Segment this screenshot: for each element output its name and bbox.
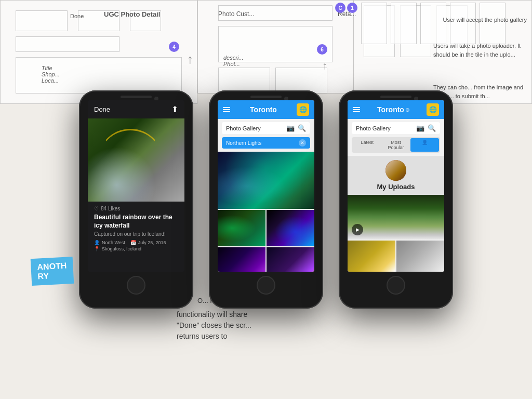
phone-1-photo (88, 118, 184, 202)
photo-northern-lights-sm2 (267, 210, 314, 246)
tab-most-popular[interactable]: Most Popular (381, 138, 410, 152)
meta-location: 👤 North West 📅 July 25, 2016 (94, 240, 178, 245)
my-uploads-section: My Uploads ▶ (348, 156, 444, 272)
hamburger-menu-button[interactable] (223, 107, 230, 112)
phone-1-topbar: Done ⬆ (88, 100, 184, 118)
phone-3-searchbar[interactable]: Photo Gallery 📷 🔍 (352, 122, 440, 134)
phone-2-photo-grid (218, 152, 314, 272)
phone-1-info: ♡ 84 Likes Beautiful rainbow over the ic… (88, 202, 184, 272)
filter-close-button[interactable]: ✕ (299, 139, 306, 147)
phone-3-tabs: Latest Most Popular 👤 (352, 137, 440, 153)
likes-count: ♡ 84 Likes (94, 206, 178, 211)
phone-2-city-title: Toronto (250, 105, 277, 114)
tab-my-uploads[interactable]: 👤 (410, 138, 439, 152)
sticky-note-blue: ANOTH RY (31, 257, 74, 286)
phone-2: Toronto 🌐 Photo Gallery 📷 🔍 North (209, 90, 323, 309)
calendar-icon: 📅 (130, 240, 136, 245)
phone-3-home-button[interactable] (387, 276, 405, 295)
avatar (385, 160, 406, 181)
phone-3-screen: Toronto ⊙ 🌐 Photo Gallery 📷 🔍 (348, 100, 444, 272)
meta-place: 📍 Skógafoss, Iceland (94, 246, 178, 251)
photo-northern-lights-large (218, 152, 314, 209)
photo-desc: Captured on our trip to Iceland! (94, 231, 178, 237)
avatar-image (385, 160, 406, 181)
phone-3-hamburger-button[interactable] (353, 107, 360, 112)
heart-icon: ♡ (94, 206, 99, 211)
phone-2-screen: Toronto 🌐 Photo Gallery 📷 🔍 North (218, 100, 314, 272)
main-upload-photo: ▶ (348, 195, 444, 240)
pin-icon: 📍 (94, 246, 100, 251)
phone-3-photo-grid: ▶ (348, 195, 444, 272)
app-icon-emoji: 🌐 (429, 106, 437, 113)
phone-3-city-title: Toronto ⊙ (377, 105, 409, 114)
camera-icon[interactable]: 📷 (286, 124, 295, 132)
phone-1-home-button[interactable] (127, 276, 145, 295)
photo-title: Beautiful rainbow over the icy waterfall (94, 214, 178, 230)
search-icon-active[interactable]: 🔍 (428, 124, 436, 132)
camera-icon-active[interactable]: 📷 (416, 124, 424, 132)
phone-3-nav-icons: 🌐 (427, 103, 439, 116)
phone-3-app-icon: 🌐 (427, 103, 439, 116)
filter-tag-label: Northern Lights (226, 140, 261, 146)
phone-1-speaker (121, 96, 152, 98)
search-icon[interactable]: 🔍 (298, 124, 306, 132)
phone-2-search-label: Photo Gallery (226, 125, 286, 131)
done-button[interactable]: Done (94, 105, 110, 113)
phone-2-searchbar[interactable]: Photo Gallery 📷 🔍 (222, 122, 310, 134)
phone-3-search-icons: 📷 🔍 (416, 124, 436, 132)
photo-northern-lights-sm4 (267, 247, 314, 272)
phone-2-app-icon: 🌐 (297, 103, 309, 116)
phone-2-search-icons: 📷 🔍 (286, 124, 306, 132)
app-icon-emoji: 🌐 (299, 106, 307, 113)
share-icon[interactable]: ⬆ (171, 104, 178, 114)
phone-2-speaker (250, 96, 282, 98)
phone-2-navbar: Toronto 🌐 (218, 100, 314, 119)
photo-meta: 👤 North West 📅 July 25, 2016 📍 Skógafoss… (94, 240, 178, 251)
photo-thumbnails-row (348, 241, 444, 272)
phone-2-filter-bar: Northern Lights ✕ (222, 137, 310, 149)
phone-1: Done ⬆ ♡ 84 Likes Beautiful rainbow over… (79, 90, 193, 309)
user-header: My Uploads (348, 156, 444, 195)
photo-northern-lights-sm1 (218, 210, 265, 246)
person-icon: 👤 (94, 240, 100, 245)
phone-3-navbar: Toronto ⊙ 🌐 (348, 100, 444, 119)
phone-2-home-button[interactable] (257, 276, 275, 295)
tab-latest[interactable]: Latest (353, 138, 381, 152)
phone-1-screen: Done ⬆ ♡ 84 Likes Beautiful rainbow over… (88, 100, 184, 272)
phone-2-nav-icons: 🌐 (297, 103, 309, 116)
phones-container: Done ⬆ ♡ 84 Likes Beautiful rainbow over… (0, 0, 532, 399)
phone-3-speaker (380, 96, 411, 98)
thumb-photo-2 (396, 241, 444, 272)
play-button[interactable]: ▶ (352, 224, 363, 235)
chevron-down-icon: ⊙ (405, 107, 409, 113)
thumb-photo-1 (348, 241, 395, 272)
photo-northern-lights-sm3 (218, 247, 265, 272)
phone-3: Toronto ⊙ 🌐 Photo Gallery 📷 🔍 (339, 90, 453, 309)
phone-3-search-label: Photo Gallery (356, 125, 416, 131)
my-uploads-title: My Uploads (377, 183, 415, 191)
